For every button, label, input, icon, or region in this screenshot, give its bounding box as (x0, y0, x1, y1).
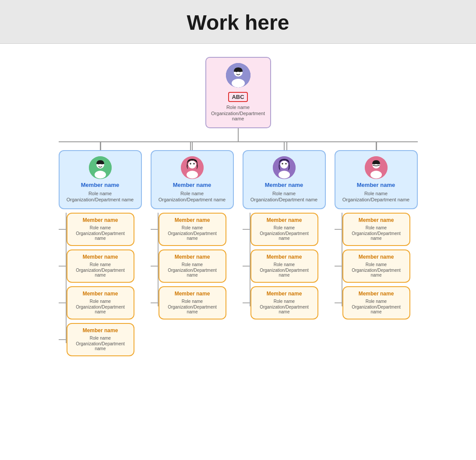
root-avatar (226, 63, 250, 88)
l2-connector-rail-1 (59, 213, 67, 356)
l2-list-2: Member name Role name Organization/Depar… (159, 213, 234, 320)
l2-item-4-2: Member name Role name Organization/Depar… (342, 249, 418, 283)
level1-row: Member name Role name Organization/Depar… (59, 142, 418, 356)
l2-group-4: Member name Role name Organization/Depar… (335, 213, 418, 320)
l2-item-2-1: Member name Role name Organization/Depar… (159, 213, 234, 246)
l2-list-4: Member name Role name Organization/Depar… (342, 213, 418, 320)
root-vline (238, 128, 239, 141)
root-avatar-icon (226, 63, 250, 88)
l1-node-3[interactable]: Member name Role name Organization/Depar… (243, 150, 326, 209)
page-header: Work here (0, 0, 476, 44)
page-title: Work here (0, 11, 476, 35)
svg-point-7 (95, 171, 106, 179)
branch-1: Member name Role name Organization/Depar… (59, 142, 142, 356)
root-node[interactable]: ABC Role name Organization/Department na… (205, 57, 271, 128)
l1-avatar-2 (181, 156, 204, 179)
org-chart: ABC Role name Organization/Department na… (11, 57, 466, 356)
root-role: Role name (211, 105, 266, 110)
l1-org-4: Organization/Department name (340, 197, 413, 202)
l1-avatar-4-icon (365, 156, 388, 179)
l1-name-1: Member name (64, 182, 137, 188)
l2-item-4-3: Member name Role name Organization/Depar… (342, 286, 418, 320)
root-name: ABC (228, 92, 247, 102)
l2-item-1-4: Member name Role name Organization/Depar… (67, 323, 142, 356)
l1-name-3: Member name (248, 182, 321, 188)
svg-point-12 (187, 171, 198, 179)
main-content: ABC Role name Organization/Department na… (0, 44, 476, 460)
svg-point-14 (193, 163, 195, 165)
l2-list-3: Member name Role name Organization/Depar… (250, 213, 326, 320)
l1-avatar-2-icon (181, 156, 204, 179)
l1-avatar-3-icon (273, 156, 296, 179)
l2-item-3-2: Member name Role name Organization/Depar… (250, 249, 326, 283)
l2-group-1: Member name Role name Organization/Depar… (59, 213, 142, 356)
l2-item-2-2: Member name Role name Organization/Depar… (159, 249, 234, 283)
l1-role-2: Role name (156, 191, 229, 196)
branch-3-vline (284, 142, 285, 150)
svg-point-22 (370, 171, 382, 179)
l1-avatar-3 (273, 156, 296, 179)
l1-avatar-1 (89, 156, 112, 179)
l1-org-1: Organization/Department name (64, 197, 137, 202)
l2-list-1: Member name Role name Organization/Depar… (67, 213, 142, 356)
root-org: Organization/Department name (211, 111, 266, 121)
svg-point-18 (282, 163, 283, 165)
l1-name-2: Member name (156, 182, 229, 188)
l1-name-4: Member name (340, 182, 413, 188)
l1-node-2[interactable]: Member name Role name Organization/Depar… (151, 150, 234, 209)
svg-point-2 (232, 79, 245, 88)
l1-org-2: Organization/Department name (156, 197, 229, 202)
branch-2: Member name Role name Organization/Depar… (151, 142, 234, 356)
l2-item-1-3: Member name Role name Organization/Depar… (67, 286, 142, 320)
l1-avatar-4 (365, 156, 388, 179)
svg-point-11 (188, 161, 196, 169)
l2-item-1-2: Member name Role name Organization/Depar… (67, 249, 142, 283)
l2-item-3-1: Member name Role name Organization/Depar… (250, 213, 326, 246)
svg-point-16 (280, 161, 288, 169)
svg-point-17 (279, 171, 290, 179)
l2-group-3: Member name Role name Organization/Depar… (243, 213, 326, 320)
l1-role-3: Role name (248, 191, 321, 196)
l1-node-1[interactable]: Member name Role name Organization/Depar… (59, 150, 142, 209)
branch-4: Member name Role name Organization/Depar… (335, 142, 418, 356)
branch-2-vline (192, 142, 193, 150)
l2-item-3-3: Member name Role name Organization/Depar… (250, 286, 326, 320)
svg-point-13 (190, 163, 191, 165)
l1-role-4: Role name (340, 191, 413, 196)
l1-node-4[interactable]: Member name Role name Organization/Depar… (335, 150, 418, 209)
l2-item-1-1: Member name Role name Organization/Depar… (67, 213, 142, 246)
root-hline (59, 141, 418, 142)
l1-org-3: Organization/Department name (248, 197, 321, 202)
l2-item-2-3: Member name Role name Organization/Depar… (159, 286, 234, 320)
branch-3: Member name Role name Organization/Depar… (243, 142, 326, 356)
l1-avatar-1-icon (89, 156, 112, 179)
l2-group-2: Member name Role name Organization/Depar… (151, 213, 234, 320)
l1-role-1: Role name (64, 191, 137, 196)
svg-point-19 (285, 163, 287, 165)
l2-item-4-1: Member name Role name Organization/Depar… (342, 213, 418, 246)
